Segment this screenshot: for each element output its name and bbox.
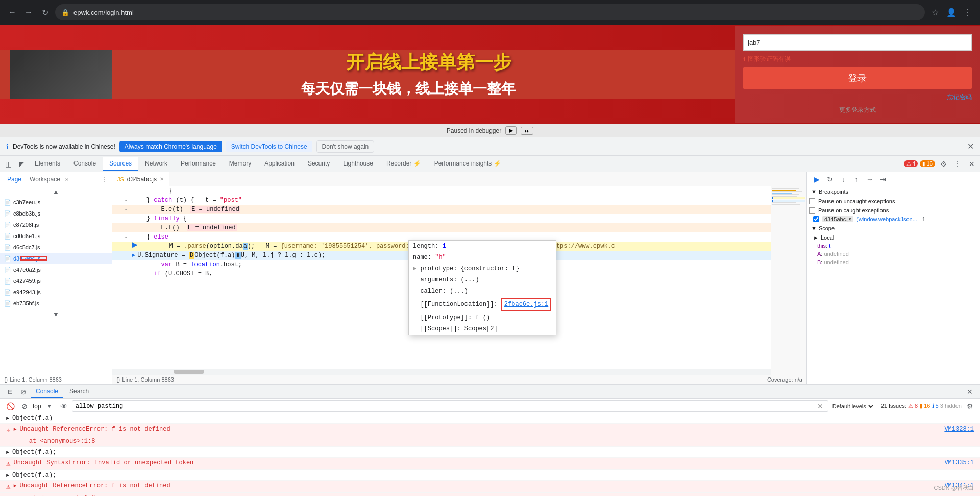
deactivate-bp-button[interactable]: ⇥ [877,174,889,185]
address-bar[interactable]: 🔒 epwk.com/login.html [55,4,925,20]
step-out-button[interactable]: ↑ [851,174,862,185]
expand-triangle[interactable]: ► [6,416,9,421]
console-close-button[interactable]: ✕ [964,386,976,398]
list-item-active[interactable]: 📄 d345abc.js [0,253,112,264]
log-level-select[interactable]: Default levels [830,403,875,410]
bookmark-button[interactable]: ☆ [929,6,941,18]
source-panel: JS d345abc.js ✕ } - } catch (t) { [112,172,806,384]
source-tab-active[interactable]: JS d345abc.js ✕ [112,172,169,186]
list-item[interactable]: 📄 d6c5dc7.js [0,242,112,253]
dont-show-button[interactable]: Don't show again [316,140,375,153]
code-area[interactable]: } - } catch (t) { t = "post" - E.e(t) E … [112,186,771,375]
horizontal-scrollbar[interactable] [112,369,771,375]
right-panel-scroll: ▼ Breakpoints Pause on uncaught exceptio… [807,186,980,384]
tab-memory[interactable]: Memory [223,157,257,171]
list-item[interactable]: 📄 e47e0a2.js [0,264,112,275]
filter-text-input[interactable] [76,403,816,410]
clear-console-button[interactable]: 🚫 [4,400,16,412]
expand-triangle[interactable]: ► [6,473,9,478]
inspect-element-button[interactable]: ◫ [2,158,14,170]
profile-button[interactable]: 👤 [945,6,958,18]
clear-filter-button[interactable]: ✕ [816,401,825,411]
tooltip-row-arguments: arguments: (...) [409,274,556,286]
issues-orange: ▮ 16 [919,403,932,409]
devtools-more-button[interactable]: ⋮ [951,158,964,170]
switch-devtools-button[interactable]: Switch DevTools to Chinese [226,141,312,152]
console-no-issues[interactable]: ⊘ [17,386,30,398]
url-text: epwk.com/login.html [74,9,134,16]
list-item[interactable]: 📄 e942943.js [0,287,112,298]
list-item[interactable]: 📄 c8bdb3b.js [0,208,112,219]
forgot-link[interactable]: 忘记密码 [743,93,972,102]
list-item[interactable]: 📄 c3b7eeu.js [0,197,112,208]
breakpoint-value: 1 [922,216,925,222]
pause-uncaught-checkbox[interactable] [809,198,815,204]
breakpoints-toggle[interactable]: ▼ Breakpoints [807,186,980,197]
tab-security[interactable]: Security [302,157,336,171]
issues-settings-button[interactable]: ⚙ [964,400,976,412]
js-file-icon: 📄 [4,210,11,217]
tab-network[interactable]: Network [139,157,174,171]
page-tab[interactable]: Page [4,175,24,184]
breakpoint-condition[interactable]: (window.webpackJson... [856,216,917,222]
devtools-settings-button[interactable]: ⚙ [937,158,949,170]
forward-button[interactable]: → [22,6,35,18]
menu-button[interactable]: ⋮ [962,6,974,18]
expand-triangle[interactable]: ► [6,450,9,455]
back-button[interactable]: ← [6,6,18,18]
expand-triangle[interactable]: ► [13,427,16,432]
scroll-down-button[interactable]: ▼ [0,309,112,319]
list-item[interactable]: 📄 cd0d6e1.js [0,230,112,242]
scroll-thumb[interactable] [174,370,204,374]
panel-options-button[interactable]: ⋮ [102,176,108,183]
tab-application[interactable]: Application [258,157,301,171]
pause-caught-checkbox[interactable] [809,207,815,214]
top-dropdown[interactable]: ▼ [43,400,56,412]
more-tabs-button[interactable]: » [65,176,69,183]
scroll-up-button[interactable]: ▲ [0,186,112,197]
console-panel-icon[interactable]: ⊟ [4,386,16,398]
match-language-button[interactable]: Always match Chrome's language [119,141,222,152]
local-toggle[interactable]: ► Local [813,233,974,242]
tab-console[interactable]: Console [67,157,102,171]
source-tab-close[interactable]: ✕ [160,176,164,182]
step-button[interactable]: ⏭ [521,127,533,135]
step-into-button[interactable]: ↓ [838,174,849,185]
list-item[interactable]: 📄 c87208f.js [0,219,112,230]
tab-recorder[interactable]: Recorder ⚡ [380,157,427,171]
console-tab[interactable]: Console [31,385,63,398]
tab-lighthouse[interactable]: Lighthouse [337,157,379,171]
scope-toggle[interactable]: ▼ Scope [807,223,980,233]
function-location-link[interactable]: 2fbae6e.js:1 [501,298,551,311]
tab-sources[interactable]: Sources [103,157,138,171]
breakpoint-checkbox[interactable] [813,216,819,222]
tab-performance[interactable]: Performance [175,157,222,171]
search-tab[interactable]: Search [64,385,94,398]
error-link[interactable]: VM1328:1 [944,426,974,433]
expand-button[interactable]: ► [413,265,416,272]
error-link[interactable]: VM1335:1 [944,459,974,466]
resume-button[interactable]: ▶ [505,126,517,135]
list-item[interactable]: 📄 eb735bf.js [0,298,112,309]
eye-button[interactable]: 👁 [58,400,70,412]
tab-performance-insights[interactable]: Performance insights ⚡ [428,157,507,171]
list-item[interactable]: 📄 e427459.js [0,275,112,287]
page-banner: 开启线上接单第一步 每天仅需一块钱，线上接单一整年 ℹ 图形验证码有误 登录 忘… [0,25,980,124]
resume-execution-button[interactable]: ▶ [811,174,822,185]
step-over-button[interactable]: ↻ [824,174,836,185]
filter-button[interactable]: ⊘ [18,400,31,412]
console-filter-input[interactable]: ✕ [72,400,828,412]
workspace-tab[interactable]: Workspace [27,175,63,184]
devtools-close-button[interactable]: ✕ [966,158,978,170]
device-toolbar-button[interactable]: ◤ [15,158,28,170]
login-button[interactable]: 登录 [743,67,972,89]
name-label: name: "h" [413,254,446,261]
file-tree-panel: Page Workspace » ⋮ ▲ 📄 c3b7eeu.js 📄 c8bd… [0,172,112,384]
login-input[interactable] [743,34,972,51]
console-tabs: ⊟ ⊘ Console Search ✕ [0,385,980,399]
notification-close-button[interactable]: ✕ [967,141,974,151]
reload-button[interactable]: ↻ [39,6,51,18]
expand-triangle[interactable]: ► [13,483,16,489]
tab-elements[interactable]: Elements [29,157,66,171]
step-button[interactable]: → [864,174,875,185]
